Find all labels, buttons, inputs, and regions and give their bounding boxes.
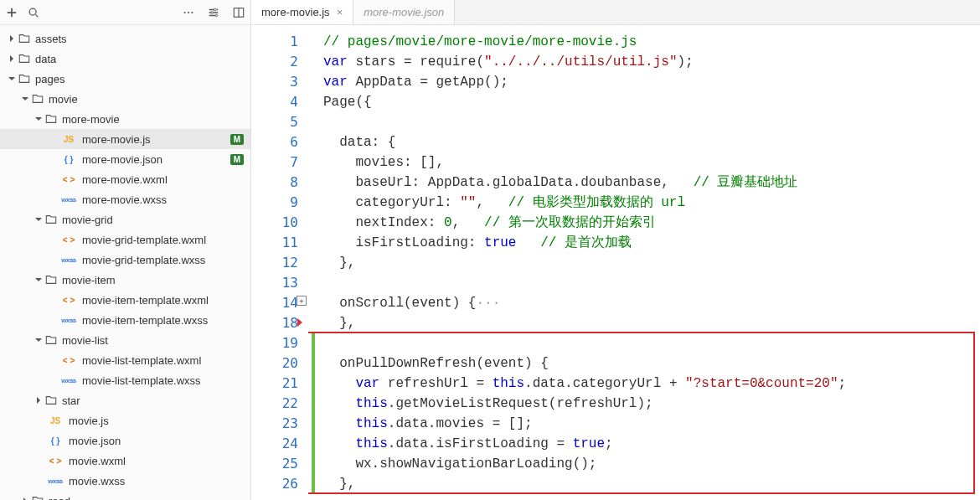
folder-icon	[45, 274, 57, 286]
code-line[interactable]: },	[323, 474, 980, 494]
code-line[interactable]: this.data.movies = [];	[323, 414, 980, 434]
code-line[interactable]: },	[323, 253, 980, 273]
tree-label: movie	[49, 93, 244, 106]
code-content[interactable]: // pages/movie/more-movie/more-movie.jsv…	[308, 25, 980, 500]
wxss-icon: wxss	[59, 196, 79, 204]
folder-icon	[45, 214, 57, 225]
file-movie-item-template.wxss[interactable]: wxssmovie-item-template.wxss	[0, 310, 250, 330]
gutter-line: 11	[251, 233, 298, 253]
code-line[interactable]: movies: [],	[323, 152, 980, 173]
plus-icon[interactable]	[5, 6, 18, 19]
tab-more-movie.json[interactable]: more-movie.json	[353, 0, 455, 24]
chevron-right-icon[interactable]	[34, 395, 44, 405]
folder-read[interactable]: read	[0, 491, 250, 500]
gutter: 1234567891011121314+181920212223242526	[251, 25, 308, 500]
svg-point-2	[188, 11, 189, 13]
folder-assets[interactable]: assets	[0, 28, 250, 49]
file-more-movie.js[interactable]: JSmore-movie.jsM	[0, 129, 250, 149]
gutter-line: 8	[251, 173, 298, 193]
chevron-down-icon[interactable]	[20, 94, 30, 104]
code-line[interactable]: this.getMovieListRequest(refreshUrl);	[323, 394, 980, 414]
tree-label: movie.json	[69, 435, 244, 447]
code-line[interactable]: wx.showNavigationBarLoading();	[323, 454, 980, 474]
code-line[interactable]	[323, 273, 980, 293]
code-line[interactable]: // pages/movie/more-movie/more-movie.js	[323, 32, 980, 52]
file-movie-list-template.wxss[interactable]: wxssmovie-list-template.wxss	[0, 370, 250, 390]
gutter-line: 21	[251, 374, 298, 394]
chevron-down-icon[interactable]	[34, 114, 44, 124]
svg-point-3	[191, 11, 193, 13]
search-icon[interactable]	[27, 6, 40, 19]
code-line[interactable]: },	[323, 313, 980, 333]
file-movie.wxss[interactable]: wxssmovie.wxss	[0, 471, 250, 491]
gutter-line: 24	[251, 434, 298, 454]
folder-movie-list[interactable]: movie-list	[0, 330, 250, 350]
chevron-right-icon[interactable]	[7, 54, 17, 64]
file-movie.json[interactable]: { }movie.json	[0, 430, 250, 451]
file-movie-list-template.wxml[interactable]: < >movie-list-template.wxml	[0, 350, 250, 370]
file-more-movie.wxml[interactable]: < >more-movie.wxml	[0, 169, 250, 189]
code-line[interactable]: nextIndex: 0, // 第一次取数据的开始索引	[323, 213, 980, 233]
gutter-line: 13	[251, 273, 298, 293]
folder-movie[interactable]: movie	[0, 89, 250, 109]
tree-label: more-movie	[62, 113, 244, 126]
split-icon[interactable]	[232, 6, 245, 19]
breakpoint-icon[interactable]	[297, 318, 302, 327]
js-icon: JS	[59, 135, 79, 144]
file-movie-grid-template.wxss[interactable]: wxssmovie-grid-template.wxss	[0, 250, 250, 270]
svg-point-6	[215, 14, 218, 17]
code-line[interactable]: onScroll(event) {···	[323, 293, 980, 313]
folder-movie-item[interactable]: movie-item	[0, 270, 250, 290]
file-movie-grid-template.wxml[interactable]: < >movie-grid-template.wxml	[0, 229, 250, 250]
change-marker	[312, 353, 315, 374]
file-tree[interactable]: assetsdatapagesmoviemore-movieJSmore-mov…	[0, 25, 250, 500]
chevron-down-icon[interactable]	[34, 335, 44, 345]
chevron-right-icon[interactable]	[7, 34, 17, 44]
tree-label: movie-item-template.wxml	[82, 294, 244, 307]
code-line[interactable]: baseUrl: AppData.globalData.doubanbase, …	[323, 173, 980, 193]
folder-more-movie[interactable]: more-movie	[0, 109, 250, 129]
chevron-right-icon[interactable]	[20, 496, 30, 500]
file-movie.wxml[interactable]: < >movie.wxml	[0, 451, 250, 471]
fold-icon[interactable]: +	[297, 296, 307, 306]
settings-icon[interactable]	[207, 6, 220, 19]
code-line[interactable]: Page({	[323, 92, 980, 112]
wxss-icon: wxss	[59, 377, 79, 384]
chevron-down-icon[interactable]	[34, 214, 44, 224]
gutter-line: 2	[251, 52, 298, 72]
chevron-down-icon[interactable]	[7, 74, 17, 84]
file-more-movie.json[interactable]: { }more-movie.jsonM	[0, 149, 250, 169]
code-line[interactable]: this.data.isFirstLoading = true;	[323, 434, 980, 454]
close-icon[interactable]: ×	[337, 6, 343, 18]
chevron-down-icon[interactable]	[34, 275, 44, 285]
json-icon: { }	[59, 155, 79, 164]
tree-label: movie-grid	[62, 214, 244, 226]
folder-star[interactable]: star	[0, 390, 250, 410]
code-line[interactable]: onPullDownRefresh(event) {	[323, 353, 980, 374]
code-line[interactable]: var AppData = getApp();	[323, 72, 980, 92]
change-marker	[312, 454, 315, 474]
code-line[interactable]: var refreshUrl = this.data.categoryUrl +…	[323, 374, 980, 394]
svg-point-5	[211, 11, 214, 13]
gutter-line: 4	[251, 92, 298, 112]
folder-data[interactable]: data	[0, 49, 250, 69]
file-more-movie.wxss[interactable]: wxssmore-movie.wxss	[0, 189, 250, 209]
tree-label: more-movie.wxml	[82, 173, 244, 186]
more-icon[interactable]	[182, 6, 195, 19]
code-line[interactable]: var stars = require("../../../utils/util…	[323, 52, 980, 72]
code-area: 1234567891011121314+181920212223242526 /…	[251, 25, 980, 500]
file-movie-item-template.wxml[interactable]: < >movie-item-template.wxml	[0, 290, 250, 310]
folder-movie-grid[interactable]: movie-grid	[0, 209, 250, 229]
modified-badge: M	[230, 154, 244, 165]
code-line[interactable]: data: {	[323, 132, 980, 152]
file-movie.js[interactable]: JSmovie.js	[0, 410, 250, 430]
folder-pages[interactable]: pages	[0, 69, 250, 89]
tab-more-movie.js[interactable]: more-movie.js×	[251, 0, 353, 24]
code-line[interactable]	[323, 112, 980, 132]
change-marker	[312, 333, 315, 353]
code-line[interactable]: categoryUrl: "", // 电影类型加载数据的 url	[323, 193, 980, 213]
code-line[interactable]: isFirstLoading: true // 是首次加载	[323, 233, 980, 253]
tree-label: movie-item	[62, 274, 244, 286]
folder-icon	[18, 73, 30, 85]
code-line[interactable]	[323, 333, 980, 353]
